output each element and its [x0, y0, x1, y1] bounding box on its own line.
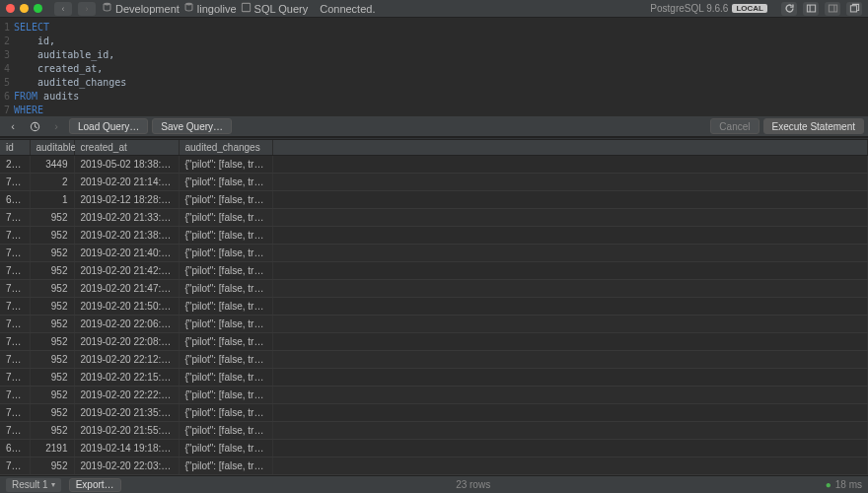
- table-cell[interactable]: 2019-02-20 22:15:56.160807: [74, 369, 179, 387]
- close-window-icon[interactable]: [6, 4, 15, 13]
- table-cell[interactable]: {"pilot": [false, true]}: [179, 351, 272, 369]
- table-row[interactable]: 71349522019-02-20 21:47:31.459539{"pilot…: [0, 280, 868, 298]
- column-header[interactable]: audited_changes: [179, 140, 272, 156]
- table-cell[interactable]: 952: [30, 404, 74, 422]
- table-cell[interactable]: 7149: [0, 351, 30, 369]
- editor-code[interactable]: SELECT id, auditable_id, created_at, aud…: [14, 21, 257, 116]
- table-cell[interactable]: 22348: [0, 156, 30, 174]
- column-header[interactable]: created_at: [74, 140, 179, 156]
- table-cell[interactable]: 7134: [0, 280, 30, 298]
- nav-forward-button[interactable]: ›: [78, 2, 96, 16]
- column-header[interactable]: id: [0, 140, 30, 156]
- table-cell[interactable]: {"pilot": [false, true]}: [179, 174, 272, 191]
- table-cell[interactable]: 2019-02-20 21:42:35.513634: [74, 262, 179, 280]
- table-cell[interactable]: 952: [30, 458, 74, 475]
- history-clock-button[interactable]: [26, 118, 43, 134]
- table-cell[interactable]: 7145: [0, 316, 30, 333]
- table-cell[interactable]: 2019-02-20 21:35:23.344861: [74, 404, 179, 422]
- table-row[interactable]: 711822019-02-20 21:14:49.660312{"pilot":…: [0, 174, 868, 191]
- table-cell[interactable]: {"pilot": [false, true]}: [179, 156, 272, 174]
- table-cell[interactable]: 7130: [0, 245, 30, 262]
- table-cell[interactable]: 2019-02-12 18:28:54.053891: [74, 191, 179, 209]
- table-cell[interactable]: 2019-02-20 21:14:49.660312: [74, 174, 179, 191]
- table-cell[interactable]: {"pilot": [false, true]}: [179, 191, 272, 209]
- table-cell[interactable]: 952: [30, 298, 74, 316]
- export-button[interactable]: Export…: [69, 478, 121, 492]
- table-cell[interactable]: 2019-02-20 21:47:31.459539: [74, 280, 179, 298]
- table-row[interactable]: 71479522019-02-20 22:08:35.589517{"pilot…: [0, 333, 868, 351]
- minimize-window-icon[interactable]: [20, 4, 29, 13]
- table-cell[interactable]: 7147: [0, 333, 30, 351]
- table-cell[interactable]: 7132: [0, 262, 30, 280]
- results-table-wrap[interactable]: idauditable_idcreated_ataudited_changes …: [0, 140, 868, 475]
- table-row[interactable]: 71389522019-02-20 21:55:03.933935{"pilot…: [0, 422, 868, 440]
- table-cell[interactable]: 7152: [0, 369, 30, 387]
- table-cell[interactable]: {"pilot": [false, true]}: [179, 245, 272, 262]
- panel-toggle-button[interactable]: [825, 2, 840, 16]
- nav-back-button[interactable]: ‹: [54, 2, 72, 16]
- refresh-button[interactable]: [781, 2, 797, 16]
- result-tab[interactable]: Result 1 ▾: [6, 478, 61, 492]
- table-cell[interactable]: 952: [30, 387, 74, 404]
- history-back-button[interactable]: ‹: [4, 118, 22, 134]
- breadcrumb-database[interactable]: lingolive: [183, 2, 237, 15]
- table-cell[interactable]: {"pilot": [false, true]}: [179, 422, 272, 440]
- table-cell[interactable]: 7126: [0, 404, 30, 422]
- table-cell[interactable]: 7118: [0, 174, 30, 191]
- table-cell[interactable]: {"pilot": [false, true]}: [179, 458, 272, 475]
- table-row[interactable]: 71289522019-02-20 21:38:38.439734{"pilot…: [0, 227, 868, 245]
- table-cell[interactable]: {"pilot": [false, true]}: [179, 369, 272, 387]
- table-row[interactable]: 71329522019-02-20 21:42:35.513634{"pilot…: [0, 262, 868, 280]
- column-header[interactable]: auditable_id: [30, 140, 74, 156]
- table-cell[interactable]: {"pilot": [false, true]}: [179, 280, 272, 298]
- breadcrumb-connection[interactable]: Development: [102, 2, 180, 15]
- table-cell[interactable]: 2019-02-20 22:22:34.939045: [74, 387, 179, 404]
- table-row[interactable]: 71499522019-02-20 22:12:36.733242{"pilot…: [0, 351, 868, 369]
- table-cell[interactable]: 2019-02-20 22:12:36.733242: [74, 351, 179, 369]
- table-cell[interactable]: 952: [30, 280, 74, 298]
- save-query-button[interactable]: Save Query…: [152, 118, 232, 134]
- execute-statement-button[interactable]: Execute Statement: [763, 118, 865, 134]
- table-row[interactable]: 71549522019-02-20 22:22:34.939045{"pilot…: [0, 387, 868, 404]
- table-cell[interactable]: 2: [30, 174, 74, 191]
- table-cell[interactable]: 1: [30, 191, 74, 209]
- table-cell[interactable]: 7142: [0, 458, 30, 475]
- table-cell[interactable]: {"pilot": [false, true]}: [179, 262, 272, 280]
- table-cell[interactable]: 6772: [0, 191, 30, 209]
- table-cell[interactable]: 2019-02-14 19:18:41.269187: [74, 440, 179, 458]
- table-cell[interactable]: 2019-02-20 21:50:28.523385: [74, 298, 179, 316]
- table-cell[interactable]: 2019-02-20 21:55:03.933935: [74, 422, 179, 440]
- table-cell[interactable]: 952: [30, 209, 74, 227]
- zoom-window-icon[interactable]: [34, 4, 42, 13]
- table-cell[interactable]: 952: [30, 227, 74, 245]
- table-cell[interactable]: 2019-02-20 22:03:43.165148: [74, 458, 179, 475]
- sql-editor[interactable]: 12345678910 SELECT id, auditable_id, cre…: [0, 18, 868, 116]
- history-forward-button[interactable]: ›: [47, 118, 65, 134]
- breadcrumb-query[interactable]: SQL Query: [241, 2, 309, 15]
- table-cell[interactable]: 2191: [30, 440, 74, 458]
- table-row[interactable]: 71429522019-02-20 22:03:43.165148{"pilot…: [0, 458, 868, 475]
- table-row[interactable]: 71309522019-02-20 21:40:54.645907{"pilot…: [0, 245, 868, 262]
- table-cell[interactable]: 7154: [0, 387, 30, 404]
- load-query-button[interactable]: Load Query…: [69, 118, 148, 134]
- table-cell[interactable]: {"pilot": [false, true]}: [179, 333, 272, 351]
- table-cell[interactable]: {"pilot": [false, true]}: [179, 209, 272, 227]
- table-cell[interactable]: 952: [30, 262, 74, 280]
- sidebar-toggle-button[interactable]: [803, 2, 819, 16]
- table-row[interactable]: 71249522019-02-20 21:33:37.737347{"pilot…: [0, 209, 868, 227]
- table-row[interactable]: 71269522019-02-20 21:35:23.344861{"pilot…: [0, 404, 868, 422]
- table-cell[interactable]: {"pilot": [false, true]}: [179, 440, 272, 458]
- table-cell[interactable]: 952: [30, 245, 74, 262]
- table-cell[interactable]: 2019-02-20 21:38:38.439734: [74, 227, 179, 245]
- table-row[interactable]: 2234834492019-05-02 18:38:06.955871{"pil…: [0, 156, 868, 174]
- table-cell[interactable]: 952: [30, 333, 74, 351]
- cancel-button[interactable]: Cancel: [710, 118, 759, 134]
- table-cell[interactable]: 2019-02-20 21:40:54.645907: [74, 245, 179, 262]
- new-window-button[interactable]: [846, 2, 862, 16]
- table-cell[interactable]: 7128: [0, 227, 30, 245]
- table-cell[interactable]: 7124: [0, 209, 30, 227]
- table-row[interactable]: 71459522019-02-20 22:06:31.505065{"pilot…: [0, 316, 868, 333]
- table-row[interactable]: 677212019-02-12 18:28:54.053891{"pilot":…: [0, 191, 868, 209]
- table-cell[interactable]: 952: [30, 369, 74, 387]
- table-cell[interactable]: 3449: [30, 156, 74, 174]
